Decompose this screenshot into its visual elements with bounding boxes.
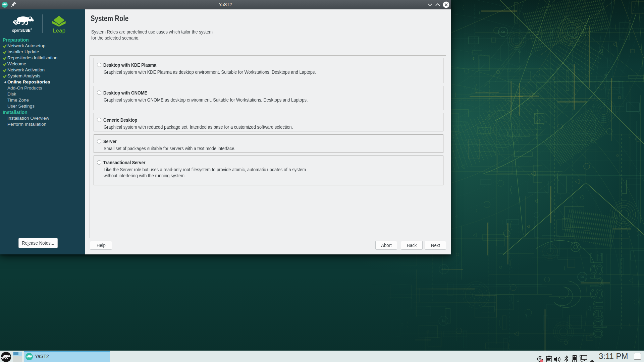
svg-text:5: 5	[441, 268, 447, 270]
svg-text:openSUSE: openSUSE	[587, 252, 606, 339]
svg-text:4: 4	[441, 319, 446, 322]
svg-text:8: 8	[500, 31, 506, 33]
svg-text:3: 3	[580, 276, 585, 278]
